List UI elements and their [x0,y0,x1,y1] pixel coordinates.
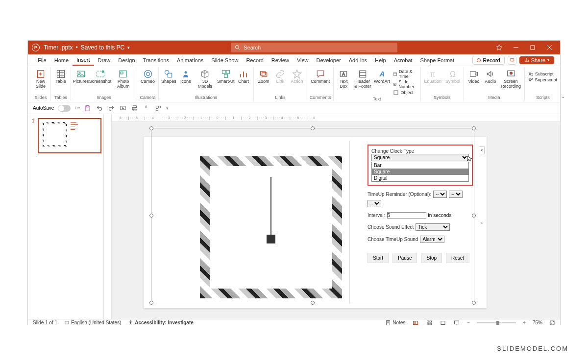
tab-developer[interactable]: Developer [313,55,345,65]
search-box[interactable] [231,43,397,52]
equation-button[interactable]: πEquation [423,68,443,85]
slide-canvas[interactable]: Change Clock Type Square Bar Square Digi… [112,122,560,319]
sel-handle-s[interactable] [311,301,315,305]
subscript-button[interactable]: x₂Subscript [529,71,557,76]
panel-collapse-button[interactable]: < [479,146,485,154]
search-input[interactable] [244,45,393,50]
group-label-symbols: Symbols [434,95,451,100]
selection-box[interactable] [151,128,474,303]
tab-design[interactable]: Design [114,55,139,65]
qat-fromstart-button[interactable] [119,104,127,112]
new-slide-button[interactable]: New Slide [33,68,49,90]
ribbon: New Slide Slides Table Tables Pictures +… [28,66,560,102]
shapes-button[interactable]: Shapes [161,68,177,85]
autosave-toggle[interactable] [58,105,71,112]
video-button[interactable]: Video [466,68,482,85]
sel-handle-se[interactable] [472,301,476,305]
tab-view[interactable]: View [293,55,313,65]
minimize-button[interactable] [508,41,524,54]
sel-handle-e[interactable] [472,214,476,218]
tab-review[interactable]: Review [268,55,293,65]
sel-handle-n[interactable] [311,126,315,130]
qat-more-button[interactable] [154,104,162,112]
group-label-illustrations: Illustrations [195,95,218,100]
sel-handle-w[interactable] [149,214,153,218]
tab-help[interactable]: Help [371,55,390,65]
superscript-button[interactable]: x²Superscript [529,77,557,82]
pictures-button[interactable]: Pictures [73,68,89,85]
panel-expand-button[interactable]: > [479,220,485,228]
redo-button[interactable] [107,104,115,112]
svg-rect-46 [394,91,398,95]
qat-touch-button[interactable] [143,104,150,112]
wordart-button[interactable]: AWordArt [374,68,390,85]
slidenumber-button[interactable]: #Slide Number [393,79,416,89]
symbol-button[interactable]: ΩSymbol [444,68,462,85]
tab-addins[interactable]: Add-ins [345,55,371,65]
view-slideshow-button[interactable] [453,320,460,326]
tab-shapeformat[interactable]: Shape Format [416,55,459,65]
cameo-button[interactable]: Cameo [139,68,156,85]
textbox-button[interactable]: AText Box [336,68,351,90]
tab-slideshow[interactable]: Slide Show [207,55,242,65]
record-button[interactable]: Record [472,56,504,65]
sel-handle-ne[interactable] [472,126,476,130]
tab-acrobat[interactable]: Acrobat [390,55,416,65]
photoalbum-button[interactable]: Photo Album [112,68,135,90]
audio-button[interactable]: Audio [483,68,498,85]
view-normal-button[interactable] [412,320,419,326]
datetime-button[interactable]: Date & Time [393,69,416,79]
view-reading-button[interactable] [440,320,446,326]
fit-button[interactable] [549,320,555,326]
table-button[interactable]: Table [53,68,69,85]
icons-button[interactable]: Icons [178,68,194,85]
ribbon-collapse-button[interactable]: ⌄ [561,67,565,101]
link-button[interactable]: Link [272,68,288,85]
zoom-level[interactable]: 75% [533,320,542,325]
svg-rect-69 [427,323,429,325]
ribbon-group-symbols: πEquation ΩSymbol Symbols [421,67,465,101]
tab-animations[interactable]: Animations [173,55,207,65]
sel-handle-sw[interactable] [149,301,153,305]
present-button[interactable] [508,56,516,65]
zoom-in-button[interactable]: + [523,320,526,325]
chart-button[interactable]: Chart [236,68,251,85]
title-chevron-icon[interactable]: ▾ [127,45,130,50]
qat-print-button[interactable] [131,104,139,112]
save-button[interactable] [84,104,92,112]
tab-file[interactable]: File [34,55,50,65]
zoom-button[interactable]: Zoom [256,68,271,85]
screenrec-button[interactable]: Screen Recording [499,68,522,90]
slide-thumbnail-1[interactable]: ▬▬▬▬▬▬▬▬▬▬▬▬▬▬▬▬▬▬▬ [38,118,101,153]
close-button[interactable] [541,41,557,54]
slide-thumbnail-panel: 1 ▬▬▬▬▬▬▬▬▬▬▬▬▬▬▬▬▬▬▬ [28,114,104,319]
object-button[interactable]: Object [393,90,416,96]
tab-insert[interactable]: Insert [73,55,94,66]
language-status[interactable]: English (United States) [64,320,121,325]
photoalbum-icon [118,69,128,79]
tab-transitions[interactable]: Transitions [139,55,173,65]
view-sorter-button[interactable] [426,320,433,326]
zoom-slider[interactable] [477,322,516,323]
smartart-button[interactable]: SmartArt [217,68,235,85]
maximize-button[interactable] [525,41,540,54]
3dmodels-button[interactable]: 3D Models [195,68,216,90]
smartart-icon [221,69,231,79]
action-button[interactable]: Action [289,68,305,85]
share-button[interactable]: Share▾ [519,56,554,64]
screenshot-button[interactable]: +Screenshot [90,68,111,85]
ribbon-group-links: Zoom Link Action Links [254,67,307,101]
sel-handle-nw[interactable] [149,126,153,130]
accessibility-status[interactable]: Accessibility: Investigate [128,320,194,325]
undo-button[interactable] [96,104,103,112]
zoom-out-button[interactable]: − [467,320,470,325]
tab-home[interactable]: Home [50,55,73,65]
notes-button[interactable]: Notes [385,320,405,326]
premium-icon[interactable] [491,41,507,54]
tab-draw[interactable]: Draw [94,55,115,65]
headerfooter-button[interactable]: Header & Footer [352,68,373,90]
qat-dropdown[interactable]: ▾ [166,106,169,111]
comment-button[interactable]: Comment [309,68,331,85]
subscript-label: Subscript [535,72,554,76]
tab-record[interactable]: Record [242,55,267,65]
